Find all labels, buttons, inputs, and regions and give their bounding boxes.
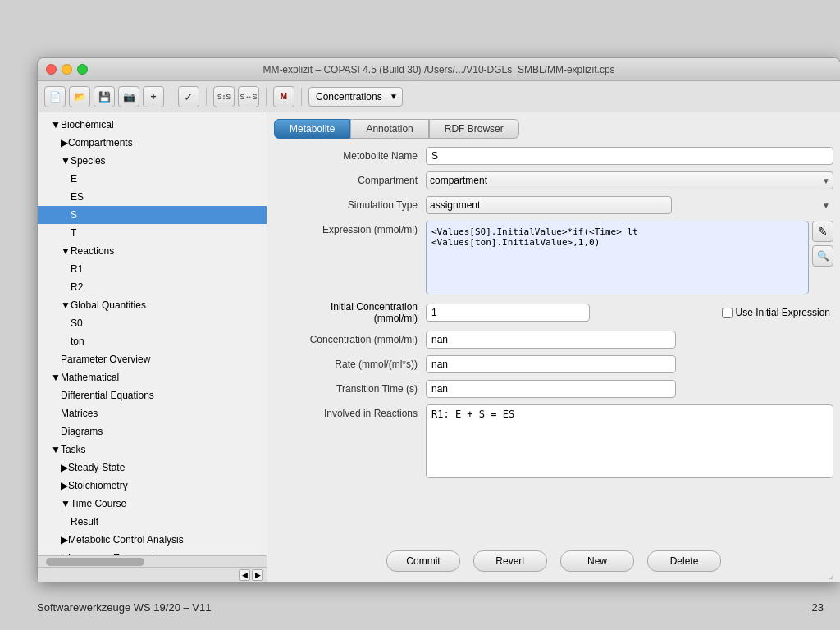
sidebar-item[interactable]: E <box>38 170 267 188</box>
window-title: MM-explizit – COPASI 4.5 (Build 30) /Use… <box>262 64 614 75</box>
transition-time-label: Transition Time (s) <box>274 380 426 395</box>
titlebar: MM-explizit – COPASI 4.5 (Build 30) /Use… <box>38 58 840 81</box>
expression-buttons: ✎ 🔍 <box>812 221 833 267</box>
sidebar-item[interactable]: R2 <box>38 278 267 296</box>
delete-button[interactable]: Delete <box>647 550 721 572</box>
commit-button[interactable]: Commit <box>386 550 460 572</box>
sidebar-item[interactable]: Diagrams <box>38 422 267 441</box>
maximize-button[interactable] <box>77 64 88 75</box>
save-button[interactable]: 💾 <box>94 86 115 107</box>
concentration-label: Concentration (mmol/ml) <box>274 331 426 345</box>
revert-button[interactable]: Revert <box>473 550 547 572</box>
transition-time-row: Transition Time (s) <box>274 380 833 398</box>
metabolite-name-label: Metobolite Name <box>274 147 426 162</box>
sidebar-item[interactable]: ▶Compartments <box>38 134 267 152</box>
sidebar-item[interactable]: ▼Biochemical <box>38 116 267 134</box>
sidebar-item[interactable]: Parameter Overview <box>38 350 267 368</box>
simulation-type-control: fixed assignment reactions ode ▼ <box>426 196 833 214</box>
mrian-button[interactable]: M <box>273 86 294 107</box>
toolbar-separator-2 <box>206 88 207 106</box>
simulation-type-row: Simulation Type fixed assignment reactio… <box>274 196 833 214</box>
expression-edit-button[interactable]: ✎ <box>812 221 833 242</box>
rate-row: Rate (mmol/(ml*s)) <box>274 355 833 373</box>
compartment-select[interactable]: compartment <box>426 171 833 189</box>
initial-concentration-row: Initial Concentration(mmol/ml) Use Initi… <box>274 301 833 324</box>
initial-concentration-input[interactable] <box>426 304 590 322</box>
sidebar-item[interactable]: ▼Mathematical <box>38 368 267 386</box>
involved-row: Involved in Reactions R1: E + S = ES <box>274 404 833 481</box>
concentration-input[interactable] <box>426 331 676 349</box>
resize-handle[interactable]: ⌟ <box>829 570 838 580</box>
tab-annotation[interactable]: Annotation <box>350 119 428 139</box>
simulation-type-select-arrow: ▼ <box>822 201 830 210</box>
involved-control: R1: E + S = ES <box>426 404 833 481</box>
check-button[interactable]: ✓ <box>178 86 199 107</box>
simulation-type-label: Simulation Type <box>274 196 426 211</box>
expression-search-button[interactable]: 🔍 <box>812 245 833 267</box>
sidebar-nav-left[interactable]: ◀ <box>239 569 250 581</box>
traffic-lights <box>46 64 88 75</box>
involved-textarea[interactable]: R1: E + S = ES <box>426 404 833 478</box>
sidebar-item[interactable]: S0 <box>38 314 267 332</box>
expression-label: Expression (mmol/ml) <box>274 221 426 235</box>
sidebar-item[interactable]: ▼Time Course <box>38 495 267 513</box>
rate-control <box>426 355 833 373</box>
sidebar-scroll-area: ▼Biochemical▶Compartments▼SpeciesEESST▼R… <box>38 112 267 555</box>
compartment-control: compartment ▼ <box>426 171 833 189</box>
sidebar-item[interactable]: R1 <box>38 260 267 278</box>
metabolite-name-input[interactable] <box>426 147 833 165</box>
concentration-row: Concentration (mmol/ml) <box>274 331 833 349</box>
sidebar-item[interactable]: ▼Reactions <box>38 242 267 260</box>
tab-bar: Metabolite Annotation RDF Browser <box>274 119 833 139</box>
sidebar-column: ▼Biochemical▶Compartments▼SpeciesEESST▼R… <box>38 112 267 582</box>
ss-button[interactable]: S↕S <box>213 86 235 107</box>
sidebar-item[interactable]: ▼Tasks <box>38 441 267 459</box>
simulation-type-select-wrap: fixed assignment reactions ode ▼ <box>426 196 833 214</box>
sidebar-h-scrollbar-thumb[interactable] <box>46 558 144 566</box>
sidebar-item[interactable]: Differential Equations <box>38 386 267 404</box>
sidebar-item[interactable]: ton <box>38 332 267 350</box>
new-file-button[interactable]: 📄 <box>44 86 66 107</box>
concentrations-dropdown-wrap: Concentrations Amounts Particles ▼ <box>308 87 403 107</box>
transition-time-input[interactable] <box>426 380 676 398</box>
sidebar-item[interactable]: ▶Metabolic Control Analysis <box>38 531 267 549</box>
plus-button[interactable]: + <box>143 86 164 107</box>
involved-label: Involved in Reactions <box>274 404 426 419</box>
sidebar-item[interactable]: ▶Lyapunov Exponents <box>38 549 267 555</box>
toolbar-separator-4 <box>301 88 302 106</box>
concentrations-dropdown[interactable]: Concentrations Amounts Particles <box>308 87 403 107</box>
compartment-label: Compartment <box>274 171 426 186</box>
expression-row: Expression (mmol/ml) <Values[S0].Initial… <box>274 221 833 294</box>
sidebar-horizontal-scrollbar[interactable] <box>38 555 267 567</box>
sidebar-item[interactable]: ▶Stoichiometry <box>38 477 267 495</box>
sidebar-item[interactable]: ES <box>38 188 267 206</box>
sidebar-nav-right[interactable]: ▶ <box>252 569 263 581</box>
rate-input[interactable] <box>426 355 676 373</box>
minimize-button[interactable] <box>62 64 72 75</box>
sidebar-item[interactable]: Result <box>38 513 267 531</box>
sidebar-nav: ◀ ▶ <box>38 567 267 582</box>
close-button[interactable] <box>46 64 57 75</box>
compartment-row: Compartment compartment ▼ <box>274 171 833 189</box>
sidebar-item[interactable]: S <box>38 206 267 224</box>
use-initial-expression-checkbox[interactable] <box>722 308 733 318</box>
tab-metabolite[interactable]: Metabolite <box>274 119 350 139</box>
footer: Softwarewerkzeuge WS 19/20 – V11 23 <box>37 601 840 614</box>
tab-rdf-browser[interactable]: RDF Browser <box>429 119 519 139</box>
sidebar-item[interactable]: ▼Species <box>38 152 267 170</box>
use-initial-expression-label: Use Initial Expression <box>736 307 830 318</box>
open-button[interactable]: 📂 <box>69 86 90 107</box>
simulation-type-select[interactable]: fixed assignment reactions ode <box>426 196 672 214</box>
ss2-button[interactable]: S↔S <box>238 86 259 107</box>
camera-button[interactable]: 📷 <box>118 86 139 107</box>
form-area: Metobolite Name Compartment compartment … <box>274 147 833 544</box>
toolbar-separator-3 <box>266 88 267 106</box>
sidebar-item[interactable]: Matrices <box>38 404 267 422</box>
content-panel: Metabolite Annotation RDF Browser Metobo… <box>267 112 840 582</box>
sidebar-item[interactable]: ▶Steady-State <box>38 459 267 477</box>
expression-textarea[interactable]: <Values[S0].InitialValue>*if(<Time> lt <… <box>426 221 809 294</box>
new-button[interactable]: New <box>560 550 634 572</box>
rate-label: Rate (mmol/(ml*s)) <box>274 355 426 370</box>
sidebar-item[interactable]: T <box>38 224 267 242</box>
sidebar-item[interactable]: ▼Global Quantities <box>38 296 267 314</box>
